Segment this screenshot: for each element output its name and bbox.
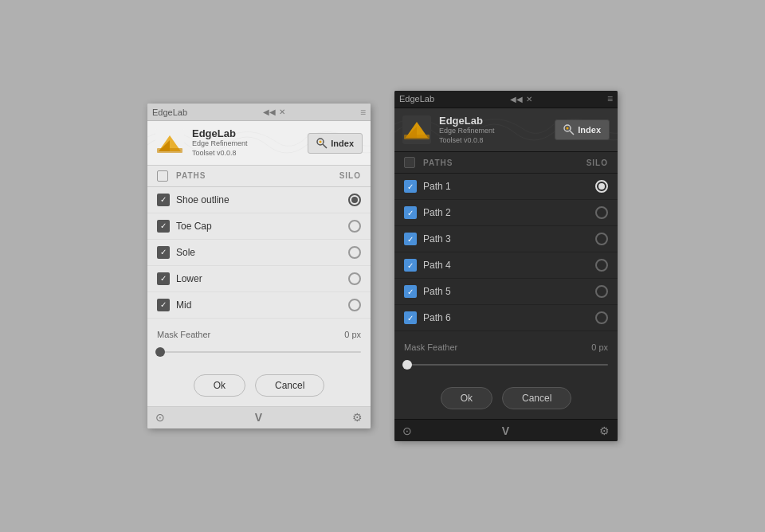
- mask-value-light: 0 px: [344, 330, 361, 339]
- path-name-4-light: Mid: [176, 299, 348, 311]
- index-btn-light[interactable]: Index: [308, 133, 363, 154]
- path-silo-2-light[interactable]: [348, 246, 361, 259]
- path-checkbox-0-light[interactable]: [157, 194, 170, 206]
- mask-label-row-light: Mask Feather 0 px: [157, 330, 361, 339]
- btn-row-dark: Ok Cancel: [394, 377, 618, 419]
- cancel-btn-light[interactable]: Cancel: [255, 374, 324, 397]
- v-icon-light[interactable]: V: [255, 411, 262, 424]
- path-row-0-light[interactable]: Shoe outline: [147, 187, 371, 213]
- slider-thumb-dark[interactable]: [402, 360, 412, 370]
- path-checkbox-4-light[interactable]: [157, 299, 170, 311]
- paths-list-dark: Path 1 Path 2 Path 3 Path 4 Path 5 Path …: [394, 174, 618, 331]
- path-row-0-dark[interactable]: Path 1: [394, 174, 618, 200]
- titlebar-dark: EdgeLab ◀◀ ✕ ≡: [394, 91, 618, 108]
- titlebar-title-light: EdgeLab: [152, 108, 187, 117]
- path-name-1-dark: Path 2: [423, 207, 595, 218]
- titlebar-light: EdgeLab ◀◀ ✕ ≡: [147, 104, 371, 121]
- path-silo-4-light[interactable]: [348, 299, 361, 311]
- ok-btn-dark[interactable]: Ok: [441, 387, 492, 409]
- path-checkbox-2-light[interactable]: [157, 246, 170, 259]
- path-name-3-light: Lower: [176, 273, 348, 284]
- mask-slider-dark[interactable]: [404, 358, 608, 371]
- slider-track-dark: [404, 364, 608, 366]
- svg-line-12: [570, 131, 574, 135]
- footer-icons-mid-dark: V: [502, 424, 509, 437]
- panel-header-dark: EdgeLab Edge Refinement Toolset v0.0.8 I…: [394, 108, 618, 152]
- mask-section-light: Mask Feather 0 px: [147, 319, 371, 365]
- panel-footer-dark: ⊙ V ⚙: [394, 419, 618, 441]
- mask-label-dark: Mask Feather: [404, 342, 457, 352]
- path-row-3-dark[interactable]: Path 4: [394, 252, 618, 279]
- cancel-btn-dark[interactable]: Cancel: [502, 387, 571, 409]
- path-silo-0-dark[interactable]: [595, 180, 608, 193]
- footer-icons-left-light: ⊙: [155, 411, 165, 424]
- path-silo-0-light[interactable]: [348, 194, 361, 206]
- svg-line-5: [323, 144, 327, 148]
- camera-icon-light[interactable]: ⊙: [155, 411, 165, 424]
- close-btn-light[interactable]: ✕: [279, 108, 285, 116]
- header-name-col-dark: PATHS: [420, 158, 586, 167]
- svg-rect-3: [157, 148, 182, 153]
- gear-icon-light[interactable]: ⚙: [352, 411, 363, 424]
- path-silo-3-light[interactable]: [348, 272, 361, 285]
- path-silo-2-dark[interactable]: [595, 233, 608, 245]
- path-name-0-dark: Path 1: [423, 181, 595, 192]
- paths-header-light: PATHS SILO: [147, 166, 371, 187]
- titlebar-controls-dark: ◀◀ ✕: [510, 95, 532, 104]
- collapse-btn-dark[interactable]: ◀◀: [510, 95, 523, 104]
- path-name-0-light: Shoe outline: [176, 194, 348, 205]
- path-checkbox-3-light[interactable]: [157, 272, 170, 285]
- path-row-2-light[interactable]: Sole: [147, 240, 371, 266]
- collapse-btn-light[interactable]: ◀◀: [263, 108, 276, 116]
- path-checkbox-5-dark[interactable]: [404, 311, 417, 324]
- path-name-4-dark: Path 5: [423, 286, 595, 297]
- path-checkbox-1-dark[interactable]: [404, 206, 417, 219]
- header-check-col-dark: [404, 157, 420, 168]
- mask-slider-light[interactable]: [157, 346, 361, 358]
- panel-header-light: EdgeLab Edge Refinement Toolset v0.0.8 I…: [147, 121, 371, 165]
- paths-list-light: Shoe outline Toe Cap Sole Lower Mid: [147, 187, 371, 319]
- paths-header-dark: PATHS SILO: [394, 152, 618, 174]
- path-name-2-light: Sole: [176, 247, 348, 258]
- btn-row-light: Ok Cancel: [147, 365, 371, 406]
- mask-section-dark: Mask Feather 0 px: [394, 331, 618, 377]
- path-name-1-light: Toe Cap: [176, 221, 348, 232]
- path-row-4-light[interactable]: Mid: [147, 292, 371, 319]
- panel-dark: EdgeLab ◀◀ ✕ ≡ EdgeLab Edge Refinement T…: [394, 91, 618, 441]
- path-row-2-dark[interactable]: Path 3: [394, 226, 618, 252]
- slider-track-light: [157, 351, 361, 353]
- path-silo-4-dark[interactable]: [595, 285, 608, 298]
- path-row-1-dark[interactable]: Path 2: [394, 200, 618, 226]
- path-row-3-light[interactable]: Lower: [147, 266, 371, 292]
- path-silo-1-light[interactable]: [348, 220, 361, 233]
- v-icon-dark[interactable]: V: [502, 424, 509, 437]
- path-row-1-light[interactable]: Toe Cap: [147, 213, 371, 240]
- path-checkbox-2-dark[interactable]: [404, 233, 417, 245]
- menu-icon-dark[interactable]: ≡: [607, 93, 613, 104]
- header-text-dark: EdgeLab Edge Refinement Toolset v0.0.8: [439, 115, 547, 145]
- header-check-col-light: [157, 170, 173, 182]
- path-silo-3-dark[interactable]: [595, 259, 608, 272]
- camera-icon-dark[interactable]: ⊙: [402, 424, 412, 437]
- svg-rect-10: [404, 135, 430, 139]
- menu-icon-light[interactable]: ≡: [360, 107, 366, 118]
- path-checkbox-1-light[interactable]: [157, 220, 170, 233]
- close-btn-dark[interactable]: ✕: [526, 95, 532, 104]
- footer-icons-right-dark: ⚙: [599, 424, 610, 437]
- panel-footer-light: ⊙ V ⚙: [147, 406, 371, 428]
- index-icon-light: [316, 138, 328, 149]
- path-checkbox-3-dark[interactable]: [404, 259, 417, 272]
- path-silo-1-dark[interactable]: [595, 206, 608, 219]
- path-silo-5-dark[interactable]: [595, 311, 608, 324]
- index-btn-dark[interactable]: Index: [555, 119, 610, 140]
- titlebar-controls-light: ◀◀ ✕: [263, 108, 285, 116]
- path-row-4-dark[interactable]: Path 5: [394, 279, 618, 305]
- gear-icon-dark[interactable]: ⚙: [599, 424, 610, 437]
- path-name-3-dark: Path 4: [423, 260, 595, 271]
- path-row-5-dark[interactable]: Path 6: [394, 305, 618, 331]
- header-silo-col-light: SILO: [339, 171, 361, 180]
- path-checkbox-4-dark[interactable]: [404, 285, 417, 298]
- slider-thumb-light[interactable]: [155, 347, 165, 357]
- path-checkbox-0-dark[interactable]: [404, 180, 417, 193]
- ok-btn-light[interactable]: Ok: [194, 374, 245, 397]
